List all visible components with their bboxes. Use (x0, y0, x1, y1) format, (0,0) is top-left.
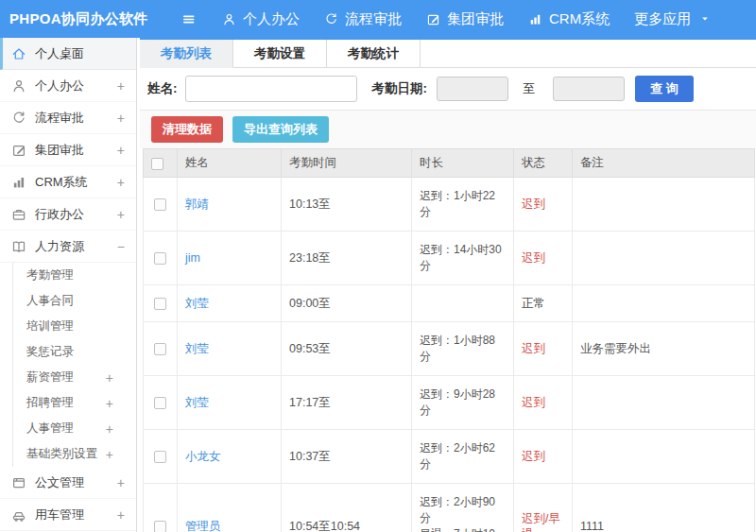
row-checkbox[interactable] (154, 521, 166, 532)
employee-name-link[interactable]: 郭靖 (185, 197, 209, 211)
topnav-item-label: 集团审批 (447, 10, 504, 28)
sidebar-item-label: 个人桌面 (35, 45, 125, 62)
row-checkbox[interactable] (154, 451, 166, 463)
sidebar-item-vehicle-management[interactable]: 用车管理 + (0, 499, 136, 531)
topnav-item-group-approval[interactable]: 集团审批 (426, 10, 504, 28)
topnav-item-label: 个人办公 (243, 10, 300, 28)
duration-cell: 迟到：14小时30分 (412, 232, 514, 285)
date-from-input[interactable] (437, 77, 508, 101)
expand-toggle-icon[interactable]: + (106, 396, 113, 411)
row-checkbox[interactable] (154, 252, 166, 265)
expand-toggle-icon[interactable]: + (117, 207, 125, 222)
sidebar-item-group-approval[interactable]: 集团审批 + (0, 134, 136, 166)
name-filter-input[interactable] (185, 76, 357, 102)
sidebar-item-workflow-approval[interactable]: 流程审批 + (0, 102, 136, 134)
sidebar-subitem-label: 招聘管理 (26, 395, 106, 411)
sidebar-item-admin-office[interactable]: 行政办公 + (0, 198, 136, 231)
export-list-button[interactable]: 导出查询列表 (232, 116, 329, 143)
tab-attendance-settings[interactable]: 考勤设置 (233, 40, 327, 68)
tab-attendance-list[interactable]: 考勤列表 (140, 40, 233, 68)
sidebar-item-label: 行政办公 (35, 206, 117, 223)
sidebar-item-human-resources[interactable]: 人力资源 − (0, 231, 136, 263)
flow-icon (324, 12, 338, 26)
edit-icon (426, 12, 440, 26)
column-header: 状态 (514, 149, 573, 178)
select-all-checkbox[interactable] (151, 158, 163, 170)
expand-toggle-icon[interactable]: + (106, 447, 113, 462)
row-checkbox[interactable] (154, 397, 166, 409)
employee-name-link[interactable]: 管理员 (185, 520, 221, 532)
status-badge: 迟到 (522, 396, 545, 409)
table-row: jim23:18至迟到：14小时30分迟到 (144, 232, 755, 285)
duration-line: 迟到：2小时90分 (420, 494, 506, 526)
expand-toggle-icon[interactable]: + (106, 370, 113, 386)
duration-cell: 迟到：1小时22分 (412, 178, 514, 232)
row-checkbox[interactable] (154, 343, 166, 355)
duration-cell: 迟到：2小时62分 (412, 430, 514, 484)
expand-toggle-icon[interactable]: + (117, 111, 125, 126)
sidebar-item-personal-desktop[interactable]: 个人桌面 (0, 38, 136, 70)
employee-name-link[interactable]: 刘莹 (185, 396, 209, 409)
employee-name-link[interactable]: 小龙女 (185, 450, 221, 463)
tab-attendance-stats[interactable]: 考勤统计 (327, 40, 421, 68)
app-title: PHPOA协同办公软件 (0, 10, 181, 28)
sidebar-subitem-personnel-contract[interactable]: 人事合同 (13, 288, 136, 314)
sidebar: 个人桌面 个人办公 + 流程审批 + 集团审批 + CRM系统 + 行政办公 +… (0, 38, 137, 532)
chart-icon (11, 175, 26, 190)
sidebar-subitem-reward-punishment[interactable]: 奖惩记录 (13, 339, 136, 365)
name-filter-label: 姓名: (147, 80, 178, 97)
sidebar-subitem-recruit-management[interactable]: 招聘管理 + (13, 390, 136, 416)
row-checkbox[interactable] (154, 198, 166, 211)
attendance-time: 10:37至 (282, 430, 412, 484)
sidebar-item-label: CRM系统 (35, 174, 117, 191)
status-badge: 迟到 (522, 342, 545, 355)
date-to-input[interactable] (553, 77, 625, 101)
row-checkbox[interactable] (154, 298, 166, 310)
column-header: 考勤时间 (282, 149, 412, 178)
expand-toggle-icon[interactable]: − (117, 239, 125, 254)
expand-toggle-icon[interactable]: + (106, 421, 113, 437)
expand-toggle-icon[interactable]: + (117, 475, 125, 490)
main-content: 考勤列表考勤设置考勤统计 姓名: 考勤日期: 至 查 询 清理数据 导出查询列表… (140, 38, 756, 532)
topnav-item-crm-system[interactable]: CRM系统 (528, 10, 610, 28)
document-icon (11, 475, 26, 490)
note-cell (573, 430, 755, 484)
sidebar-subitem-attendance-management[interactable]: 考勤管理 (13, 263, 136, 288)
sidebar-subitem-salary-management[interactable]: 薪资管理 + (13, 365, 136, 390)
table-row: 管理员10:54至10:54迟到：2小时90分早退：7小时10分迟到/早退111… (144, 484, 755, 532)
duration-line: 迟到：1小时22分 (420, 188, 506, 220)
sidebar-item-label: 集团审批 (35, 142, 117, 159)
duration-line: 迟到：14小时30分 (420, 242, 506, 274)
employee-name-link[interactable]: 刘莹 (185, 342, 209, 355)
filter-row: 姓名: 考勤日期: 至 查 询 (140, 68, 756, 111)
expand-toggle-icon[interactable]: + (117, 143, 125, 158)
tab-strip-filler (421, 40, 756, 68)
caret-down-icon (697, 14, 710, 24)
sidebar-item-label: 人力资源 (35, 238, 117, 255)
search-button[interactable]: 查 询 (635, 76, 694, 102)
expand-toggle-icon[interactable]: + (117, 507, 125, 523)
hamburger-menu-icon[interactable] (181, 12, 196, 26)
sidebar-submenu-human-resources: 考勤管理 人事合同 培训管理 奖惩记录 薪资管理 + 招聘管理 + 人事管理 +… (12, 263, 136, 467)
table-row: 刘莹17:17至迟到：9小时28分迟到 (144, 376, 755, 430)
employee-name-link[interactable]: 刘莹 (185, 297, 209, 310)
flow-icon (11, 111, 26, 126)
clear-data-button[interactable]: 清理数据 (151, 116, 223, 143)
table-row: 刘莹09:53至迟到：1小时88分迟到业务需要外出 (144, 322, 755, 376)
sidebar-subitem-base-category-settings[interactable]: 基础类别设置 + (13, 441, 136, 467)
column-header: 备注 (573, 149, 755, 178)
attendance-time: 10:54至10:54 (282, 484, 412, 532)
sidebar-item-document-management[interactable]: 公文管理 + (0, 467, 136, 499)
topnav-item-personal-office[interactable]: 个人办公 (222, 10, 300, 28)
topnav-item-workflow-approval[interactable]: 流程审批 (324, 10, 402, 28)
expand-toggle-icon[interactable]: + (117, 78, 125, 94)
sidebar-item-personal-office[interactable]: 个人办公 + (0, 70, 136, 102)
person-icon (11, 78, 26, 94)
sidebar-subitem-training-management[interactable]: 培训管理 (13, 314, 136, 339)
topnav-item-more-apps[interactable]: 更多应用 (634, 10, 710, 28)
sidebar-item-crm-system[interactable]: CRM系统 + (0, 166, 136, 198)
employee-name-link[interactable]: jim (185, 251, 200, 265)
expand-toggle-icon[interactable]: + (117, 175, 125, 190)
attendance-table: 姓名考勤时间时长状态备注 郭靖10:13至迟到：1小时22分迟到jim23:18… (143, 148, 755, 532)
sidebar-subitem-personnel-management[interactable]: 人事管理 + (13, 416, 136, 441)
